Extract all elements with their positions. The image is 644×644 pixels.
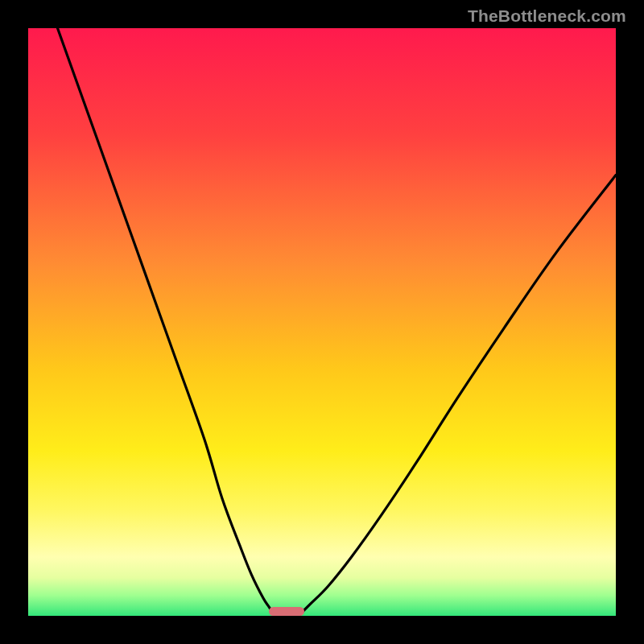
curve-right-branch [299, 175, 616, 617]
curve-layer [28, 28, 616, 616]
curve-left-branch [58, 28, 275, 616]
watermark-text: TheBottleneck.com [468, 6, 626, 26]
plot-area [28, 28, 616, 616]
minimum-marker [269, 607, 304, 616]
chart-frame: TheBottleneck.com [0, 0, 644, 644]
